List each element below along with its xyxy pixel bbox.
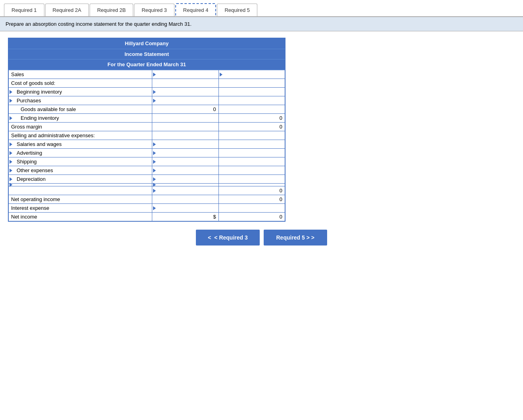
table-row: Sales bbox=[9, 70, 285, 79]
tab-required1[interactable]: Required 1 bbox=[4, 4, 44, 16]
statement-title: Income Statement bbox=[8, 49, 285, 59]
row-right-value[interactable]: 0 bbox=[218, 186, 285, 195]
row-right-input[interactable] bbox=[218, 157, 285, 166]
row-mid-input[interactable] bbox=[152, 184, 218, 186]
table-row: Advertising bbox=[9, 149, 285, 157]
row-mid-input[interactable] bbox=[152, 123, 218, 131]
row-right-input[interactable] bbox=[218, 184, 285, 186]
tab-required2a[interactable]: Required 2A bbox=[45, 4, 89, 16]
row-right-input[interactable] bbox=[218, 140, 285, 149]
row-right-value[interactable]: 0 bbox=[218, 195, 285, 204]
tab-required2b[interactable]: Required 2B bbox=[90, 4, 133, 16]
tabs-container: Required 1 Required 2A Required 2B Requi… bbox=[0, 0, 523, 17]
table-row: Purchases bbox=[9, 96, 285, 105]
row-label: Purchases bbox=[9, 96, 152, 105]
row-mid-input[interactable] bbox=[152, 88, 218, 96]
tab-required5[interactable]: Required 5 bbox=[217, 4, 257, 16]
row-mid-input[interactable] bbox=[152, 204, 218, 213]
income-statement: Hillyard Company Income Statement For th… bbox=[8, 38, 285, 222]
next-button[interactable]: Required 5 > > bbox=[264, 230, 327, 245]
row-label: Sales bbox=[9, 70, 152, 79]
row-mid-input[interactable] bbox=[152, 166, 218, 175]
tab-required3[interactable]: Required 3 bbox=[134, 4, 174, 16]
row-label bbox=[9, 184, 152, 186]
row-label: Cost of goods sold: bbox=[9, 79, 152, 88]
row-mid-input[interactable] bbox=[152, 195, 218, 204]
row-label: Other expenses bbox=[9, 166, 152, 175]
table-row: Net operating income 0 bbox=[9, 195, 285, 204]
tab-required4[interactable]: Required 4 bbox=[175, 3, 216, 16]
row-right-value[interactable]: 0 bbox=[218, 114, 285, 123]
row-dollar-sign[interactable]: $ bbox=[152, 213, 218, 221]
prev-button[interactable]: < < Required 3 bbox=[196, 230, 260, 245]
statement-table: Sales Cost of goods sold: Beginning inve… bbox=[8, 70, 285, 221]
row-mid-input[interactable] bbox=[152, 96, 218, 105]
row-mid-input[interactable] bbox=[152, 157, 218, 166]
navigation-buttons: < < Required 3 Required 5 > > bbox=[4, 230, 519, 245]
table-row: Selling and administrative expenses: bbox=[9, 131, 285, 140]
row-mid-input[interactable] bbox=[152, 79, 218, 88]
table-row: 0 bbox=[9, 186, 285, 195]
table-row: Interest expense bbox=[9, 204, 285, 213]
table-row bbox=[9, 184, 285, 186]
row-right-input[interactable] bbox=[218, 175, 285, 184]
table-row: Depreciation bbox=[9, 175, 285, 184]
table-row: Shipping bbox=[9, 157, 285, 166]
row-label: Salaries and wages bbox=[9, 140, 152, 149]
table-row: Ending inventory 0 bbox=[9, 114, 285, 123]
row-mid-input[interactable] bbox=[152, 186, 218, 195]
row-mid-value[interactable]: 0 bbox=[152, 105, 218, 114]
row-label: Depreciation bbox=[9, 175, 152, 184]
table-row: Salaries and wages bbox=[9, 140, 285, 149]
next-button-label: Required 5 > bbox=[276, 234, 310, 241]
row-right-value[interactable]: 0 bbox=[218, 123, 285, 131]
row-label: Net operating income bbox=[9, 195, 152, 204]
instruction-text: Prepare an absorption costing income sta… bbox=[6, 21, 192, 27]
row-label: Ending inventory bbox=[9, 114, 152, 123]
row-label: Beginning inventory bbox=[9, 88, 152, 96]
statement-subtitle: For the Quarter Ended March 31 bbox=[8, 59, 285, 70]
prev-button-label: < Required 3 bbox=[214, 234, 247, 241]
row-right-input[interactable] bbox=[218, 105, 285, 114]
row-right-value[interactable]: 0 bbox=[218, 213, 285, 221]
row-mid-input[interactable] bbox=[152, 131, 218, 140]
row-right-input[interactable] bbox=[218, 79, 285, 88]
row-label: Net income bbox=[9, 213, 152, 221]
table-row: Net income $ 0 bbox=[9, 213, 285, 221]
row-right-input[interactable] bbox=[218, 131, 285, 140]
row-right-input[interactable] bbox=[218, 88, 285, 96]
instruction-bar: Prepare an absorption costing income sta… bbox=[0, 17, 523, 31]
row-mid-input[interactable] bbox=[152, 149, 218, 157]
row-label: Selling and administrative expenses: bbox=[9, 131, 152, 140]
row-label: Gross margin bbox=[9, 123, 152, 131]
row-label: Goods available for sale bbox=[9, 105, 152, 114]
row-right-input[interactable] bbox=[218, 70, 285, 79]
company-name: Hillyard Company bbox=[8, 38, 285, 49]
row-label: Shipping bbox=[9, 157, 152, 166]
row-mid-input[interactable] bbox=[152, 175, 218, 184]
row-mid-input[interactable] bbox=[152, 114, 218, 123]
table-row: Gross margin 0 bbox=[9, 123, 285, 131]
table-row: Beginning inventory bbox=[9, 88, 285, 96]
row-label bbox=[9, 186, 152, 195]
table-row: Other expenses bbox=[9, 166, 285, 175]
prev-arrow-icon: < bbox=[208, 234, 211, 241]
row-mid-input[interactable] bbox=[152, 70, 218, 79]
row-right-input[interactable] bbox=[218, 149, 285, 157]
row-label: Interest expense bbox=[9, 204, 152, 213]
row-right-input[interactable] bbox=[218, 166, 285, 175]
row-label: Advertising bbox=[9, 149, 152, 157]
next-arrow-icon: > bbox=[311, 234, 314, 241]
table-row: Goods available for sale 0 bbox=[9, 105, 285, 114]
row-mid-input[interactable] bbox=[152, 140, 218, 149]
row-right-input[interactable] bbox=[218, 204, 285, 213]
row-right-input[interactable] bbox=[218, 96, 285, 105]
table-row: Cost of goods sold: bbox=[9, 79, 285, 88]
